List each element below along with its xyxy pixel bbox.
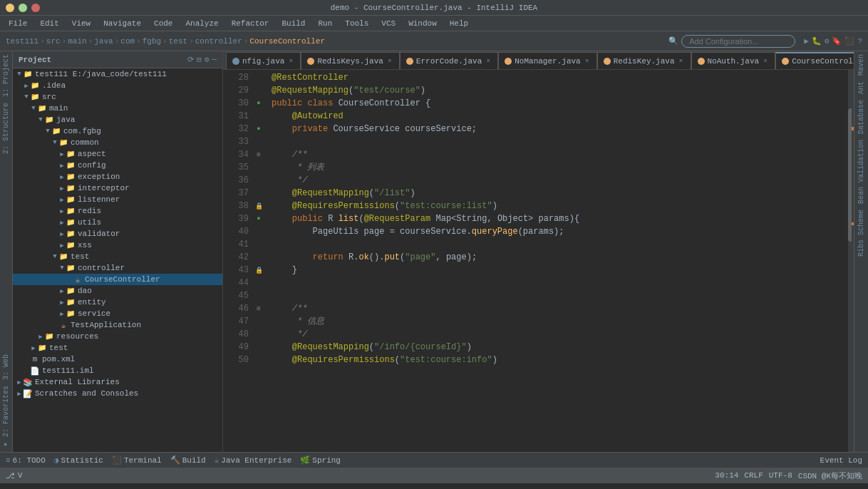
tree-item-aspect[interactable]: ▶ 📁 aspect bbox=[13, 148, 222, 160]
tab-close-noauth[interactable]: × bbox=[762, 58, 769, 65]
tree-item-config[interactable]: ▶ 📁 config bbox=[13, 160, 222, 171]
menu-run[interactable]: Run bbox=[312, 18, 338, 29]
breadcrumb-item-test[interactable]: test bbox=[169, 37, 187, 46]
breadcrumb-item-main[interactable]: main bbox=[68, 37, 86, 46]
git-branch[interactable]: ⎇ V bbox=[6, 471, 23, 480]
minimize-btn[interactable] bbox=[6, 4, 14, 12]
panel-favorites[interactable]: ★ 2: Favorites bbox=[1, 383, 11, 452]
help-icon[interactable]: ? bbox=[857, 37, 862, 46]
tree-item-listenner[interactable]: ▶ 📁 listenner bbox=[13, 194, 222, 205]
tree-item-validator[interactable]: ▶ 📁 validator bbox=[13, 228, 222, 240]
search-icon[interactable]: 🔍 bbox=[668, 36, 678, 46]
tree-item-redis[interactable]: ▶ 📁 redis bbox=[13, 205, 222, 217]
menu-view[interactable]: View bbox=[66, 18, 96, 29]
breadcrumb-item-current[interactable]: CourseController bbox=[249, 37, 325, 46]
panel-bean-validation[interactable]: Bean Validation bbox=[856, 137, 867, 207]
menu-file[interactable]: File bbox=[3, 18, 33, 29]
menu-navigate[interactable]: Navigate bbox=[98, 18, 147, 29]
tree-item-dao[interactable]: ▶ 📁 dao bbox=[13, 285, 222, 297]
tree-item-interceptor[interactable]: ▶ 📁 interceptor bbox=[13, 182, 222, 194]
maximize-btn[interactable] bbox=[19, 4, 27, 12]
menu-build[interactable]: Build bbox=[276, 18, 311, 29]
tree-item-pomxml[interactable]: m pom.xml bbox=[13, 354, 222, 365]
tab-coursecontroller[interactable]: CourseController.java × bbox=[775, 52, 854, 69]
tab-rediskeys[interactable]: RedisKeys.java × bbox=[301, 52, 399, 69]
tab-errorcode[interactable]: ErrorCode.java × bbox=[400, 52, 498, 69]
tree-item-java[interactable]: ▼ 📁 java bbox=[13, 114, 222, 125]
breadcrumb-item-java[interactable]: java bbox=[94, 37, 113, 46]
tree-item-service[interactable]: ▶ 📁 service bbox=[13, 308, 222, 319]
panel-ant[interactable]: Ant bbox=[856, 78, 867, 97]
tab-close-nfig[interactable]: × bbox=[287, 58, 294, 65]
panel-maven[interactable]: Maven bbox=[856, 51, 867, 78]
panel-database[interactable]: Database bbox=[856, 97, 867, 137]
hide-icon[interactable]: — bbox=[212, 55, 217, 64]
menu-refactor[interactable]: Refactor bbox=[226, 18, 275, 29]
run-button[interactable]: ▶ bbox=[804, 36, 809, 46]
tree-item-controller[interactable]: ▼ 📁 controller bbox=[13, 262, 222, 274]
panel-ribs-scheme[interactable]: Ribs Scheme bbox=[856, 207, 867, 259]
menu-help[interactable]: Help bbox=[444, 18, 474, 29]
tree-item-common[interactable]: ▼ 📁 common bbox=[13, 137, 222, 148]
editor-scrollbar-v[interactable] bbox=[848, 70, 854, 452]
tree-item-coursecontroller[interactable]: ☕ CourseController bbox=[13, 274, 222, 285]
tree-item-utils[interactable]: ▶ 📁 utils bbox=[13, 217, 222, 228]
tab-close-rediskey[interactable]: × bbox=[678, 58, 685, 65]
panel-web[interactable]: 3: Web bbox=[1, 351, 11, 383]
menu-vcs[interactable]: VCS bbox=[376, 18, 401, 29]
tree-item-entity[interactable]: ▶ 📁 entity bbox=[13, 297, 222, 308]
tree-item-xss[interactable]: ▶ 📁 xss bbox=[13, 240, 222, 251]
bottom-java-enterprise[interactable]: ☕ Java Enterprise bbox=[215, 455, 292, 465]
tree-item-src[interactable]: ▼ 📁 src bbox=[13, 91, 222, 103]
debug-button[interactable]: 🐛 bbox=[812, 36, 822, 46]
breadcrumb-item-controller[interactable]: controller bbox=[195, 37, 242, 46]
terminal-icon[interactable]: ⬛ bbox=[844, 36, 854, 46]
tab-nomanager[interactable]: NoManager.java × bbox=[498, 52, 596, 69]
menu-tools[interactable]: Tools bbox=[339, 18, 374, 29]
bottom-terminal[interactable]: ⬛ Terminal bbox=[112, 455, 162, 465]
tree-item-scratches[interactable]: ▶ 📝 Scratches and Consoles bbox=[13, 388, 222, 399]
tree-item-comfgbg[interactable]: ▼ 📁 com.fgbg bbox=[13, 125, 222, 137]
panel-structure[interactable]: 2: Structure bbox=[1, 100, 11, 157]
tab-close-errorcode[interactable]: × bbox=[485, 58, 492, 65]
tree-item-resources[interactable]: ▶ 📁 resources bbox=[13, 331, 222, 342]
tab-close-nomanager[interactable]: × bbox=[584, 58, 591, 65]
sync-icon[interactable]: ⟳ bbox=[187, 55, 194, 64]
menu-analyze[interactable]: Analyze bbox=[180, 18, 224, 29]
code-editor[interactable]: @RestController @RequestMapping("test/co… bbox=[266, 70, 848, 452]
line-separator[interactable]: CRLF bbox=[744, 471, 763, 480]
tree-item-root[interactable]: ▼ 📁 test111 E:/java_code/test111 bbox=[13, 68, 222, 80]
breadcrumb-item-com[interactable]: com bbox=[120, 37, 135, 46]
close-btn[interactable] bbox=[31, 4, 40, 12]
collapse-icon[interactable]: ⊟ bbox=[197, 55, 202, 64]
tab-noauth[interactable]: NoAuth.java × bbox=[691, 52, 776, 69]
bottom-todo[interactable]: ≡ 6: TODO bbox=[6, 456, 46, 465]
settings-icon[interactable]: ⚙ bbox=[825, 36, 830, 46]
tab-close-rediskeys[interactable]: × bbox=[386, 58, 393, 65]
tree-item-test2[interactable]: ▶ 📁 test bbox=[13, 342, 222, 354]
bottom-event-log[interactable]: Event Log bbox=[820, 456, 862, 465]
tree-item-idea[interactable]: ▶ 📁 .idea bbox=[13, 80, 222, 91]
breadcrumb-item-fgbg[interactable]: fgbg bbox=[143, 37, 161, 46]
bottom-statistic[interactable]: ◑ Statistic bbox=[54, 455, 103, 465]
menu-window[interactable]: Window bbox=[403, 18, 443, 29]
tree-item-iml[interactable]: 📄 test111.iml bbox=[13, 365, 222, 376]
add-configuration-input[interactable] bbox=[681, 35, 795, 48]
tree-item-extlibs[interactable]: ▶ 📚 External Libraries bbox=[13, 376, 222, 388]
breadcrumb-item-test111[interactable]: test111 bbox=[6, 37, 38, 46]
charset[interactable]: UTF-8 bbox=[769, 471, 792, 480]
bottom-build[interactable]: 🔨 Build bbox=[170, 455, 206, 465]
gear-icon[interactable]: ⚙ bbox=[205, 55, 210, 64]
tab-nfig[interactable]: nfig.java × bbox=[226, 52, 301, 69]
tree-item-testapplication[interactable]: ☕ TestApplication bbox=[13, 319, 222, 331]
tab-rediskey[interactable]: RedisKey.java × bbox=[597, 52, 691, 69]
tree-item-main[interactable]: ▼ 📁 main bbox=[13, 103, 222, 114]
menu-code[interactable]: Code bbox=[148, 18, 178, 29]
breadcrumb-item-src[interactable]: src bbox=[46, 37, 61, 46]
bottom-spring[interactable]: 🌿 Spring bbox=[300, 455, 341, 465]
bookmark-icon[interactable]: 🔖 bbox=[832, 36, 842, 46]
tree-item-test[interactable]: ▼ 📁 test bbox=[13, 251, 222, 262]
tree-item-exception[interactable]: ▶ 📁 exception bbox=[13, 171, 222, 182]
panel-project[interactable]: 1: Project bbox=[1, 51, 11, 100]
menu-edit[interactable]: Edit bbox=[34, 18, 64, 29]
